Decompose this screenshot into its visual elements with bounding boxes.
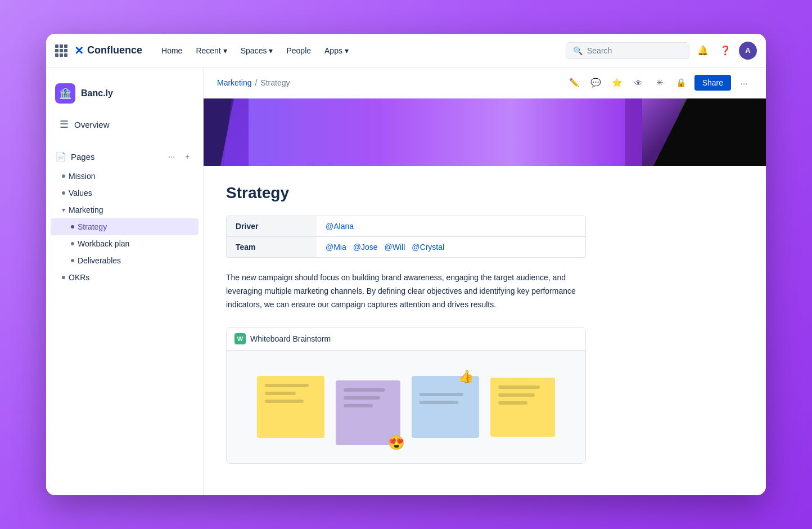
sidebar-item-mission[interactable]: Mission (51, 168, 199, 185)
nav-label: Deliverables (78, 256, 121, 265)
nav-label: Values (69, 189, 92, 198)
driver-key: Driver (227, 216, 317, 236)
confluence-logo-text: Confluence (87, 44, 142, 56)
page-title: Strategy (226, 184, 743, 202)
sidebar-item-deliverables[interactable]: Deliverables (51, 252, 199, 269)
nav-recent[interactable]: Recent ▾ (190, 43, 232, 59)
edit-icon[interactable]: ✏️ (566, 74, 583, 91)
sticky-line (344, 388, 385, 392)
driver-mention[interactable]: @Alana (326, 222, 354, 231)
table-row-team: Team @Mia @Jose @Will @Crystal (227, 237, 585, 257)
nav-label: Mission (69, 172, 95, 181)
nav-label: Workback plan (78, 239, 129, 248)
sidebar-item-workback[interactable]: Workback plan (51, 235, 199, 252)
nav-home[interactable]: Home (156, 43, 188, 59)
lock-icon[interactable]: 🔒 (673, 74, 690, 91)
more-options-icon[interactable]: ··· (736, 74, 752, 91)
bullet-icon (62, 191, 65, 195)
sidebar: 🏦 Banc.ly ☰ Overview 📄 Pages ··· + (46, 68, 204, 495)
sticky-line (498, 401, 527, 405)
banner-shape-3 (249, 98, 642, 166)
sticky-line (265, 392, 296, 395)
bullet-active-icon (71, 225, 74, 228)
info-table: Driver @Alana Team @Mia @Jose @Will (226, 216, 586, 258)
toolbar-actions: ✏️ 💬 ⭐ 👁 ✳ 🔒 Share ··· (566, 74, 752, 91)
user-avatar[interactable]: A (739, 42, 757, 60)
comment-icon[interactable]: 💬 (588, 74, 605, 91)
confluence-logo[interactable]: ✕ Confluence (74, 44, 142, 57)
sidebar-item-values[interactable]: Values (51, 185, 199, 201)
nav-label-active: Strategy (78, 222, 107, 231)
sticky-line (419, 401, 458, 404)
whiteboard-header: W Whiteboard Brainstorm (227, 328, 585, 351)
page-banner (204, 98, 766, 166)
team-member-will[interactable]: @Will (385, 243, 405, 252)
nav-right-area: 🔍 Search 🔔 ❓ A (566, 42, 757, 60)
team-member-mia[interactable]: @Mia (326, 243, 346, 252)
sticky-line (419, 393, 463, 396)
team-value: @Mia @Jose @Will @Crystal (317, 237, 453, 257)
sticky-note-yellow-2 (490, 378, 555, 437)
page-content: Strategy Driver @Alana Team @Mia (204, 98, 766, 482)
sidebar-item-strategy[interactable]: Strategy (51, 218, 199, 235)
pages-section: 📄 Pages ··· + Mission Values (46, 145, 203, 286)
app-switcher-icon[interactable] (55, 44, 67, 57)
sidebar-item-marketing[interactable]: ▾ Marketing (51, 201, 199, 218)
nav-people[interactable]: People (281, 43, 317, 59)
pages-actions: ··· + (165, 150, 194, 163)
view-icon[interactable]: 👁 (630, 74, 647, 91)
space-name: Banc.ly (81, 88, 113, 98)
nav-apps[interactable]: Apps ▾ (319, 43, 354, 59)
bullet-icon (62, 174, 65, 178)
sparkle-icon[interactable]: ✳ (652, 74, 669, 91)
pages-icon: 📄 (55, 151, 66, 162)
chevron-down-icon: ▾ (269, 46, 273, 55)
emoji-heart-eyes: 😍 (388, 435, 405, 451)
team-key: Team (227, 237, 317, 257)
help-button[interactable]: ❓ (716, 42, 734, 60)
top-navigation: ✕ Confluence Home Recent ▾ Spaces ▾ Peop… (46, 34, 766, 68)
sticky-line (344, 396, 380, 400)
whiteboard-body[interactable]: 😍 👍 (227, 351, 585, 463)
emoji-thumbs-up: 👍 (458, 369, 473, 384)
bullet-icon (71, 259, 74, 262)
breadcrumb: Marketing / Strategy (217, 78, 562, 87)
share-button[interactable]: Share (694, 75, 731, 91)
sidebar-overview[interactable]: ☰ Overview (51, 113, 199, 136)
page-body: Strategy Driver @Alana Team @Mia (204, 166, 766, 482)
sticky-line (265, 400, 304, 403)
notifications-button[interactable]: 🔔 (694, 42, 712, 60)
content-area: Marketing / Strategy ✏️ 💬 ⭐ 👁 ✳ 🔒 Share … (204, 68, 766, 495)
sticky-note-blue: 👍 (412, 376, 479, 438)
star-icon[interactable]: ⭐ (609, 74, 626, 91)
chevron-down-icon: ▾ (345, 46, 349, 55)
chevron-down-icon: ▾ (62, 206, 65, 214)
search-icon: 🔍 (573, 46, 583, 55)
sticky-note-purple: 😍 (336, 380, 400, 445)
chevron-down-icon: ▾ (223, 46, 227, 55)
table-row-driver: Driver @Alana (227, 216, 585, 237)
nav-menu: Home Recent ▾ Spaces ▾ People Apps ▾ (156, 43, 561, 59)
space-icon: 🏦 (55, 83, 75, 104)
search-input[interactable]: 🔍 Search (566, 42, 689, 59)
nav-tree: Mission Values ▾ Marketing Strategy (46, 168, 203, 286)
team-member-crystal[interactable]: @Crystal (412, 243, 444, 252)
pages-add-button[interactable]: + (181, 150, 194, 163)
pages-more-button[interactable]: ··· (165, 150, 178, 163)
overview-icon: ☰ (60, 118, 69, 131)
whiteboard-embed: W Whiteboard Brainstorm (226, 327, 586, 464)
page-description: The new campaign should focus on buildin… (226, 271, 586, 311)
main-layout: 🏦 Banc.ly ☰ Overview 📄 Pages ··· + (46, 68, 766, 495)
team-member-jose[interactable]: @Jose (353, 243, 378, 252)
space-header: 🏦 Banc.ly (46, 79, 203, 113)
breadcrumb-parent[interactable]: Marketing (217, 78, 251, 87)
sticky-line (265, 384, 309, 387)
nav-spaces[interactable]: Spaces ▾ (235, 43, 279, 59)
sidebar-item-okrs[interactable]: OKRs (51, 269, 199, 286)
driver-value: @Alana (317, 216, 363, 236)
nav-label: Marketing (69, 205, 103, 214)
whiteboard-title: Whiteboard Brainstorm (250, 334, 331, 343)
nav-label: OKRs (69, 273, 89, 282)
sticky-line (498, 393, 535, 397)
pages-header: 📄 Pages ··· + (46, 145, 203, 168)
